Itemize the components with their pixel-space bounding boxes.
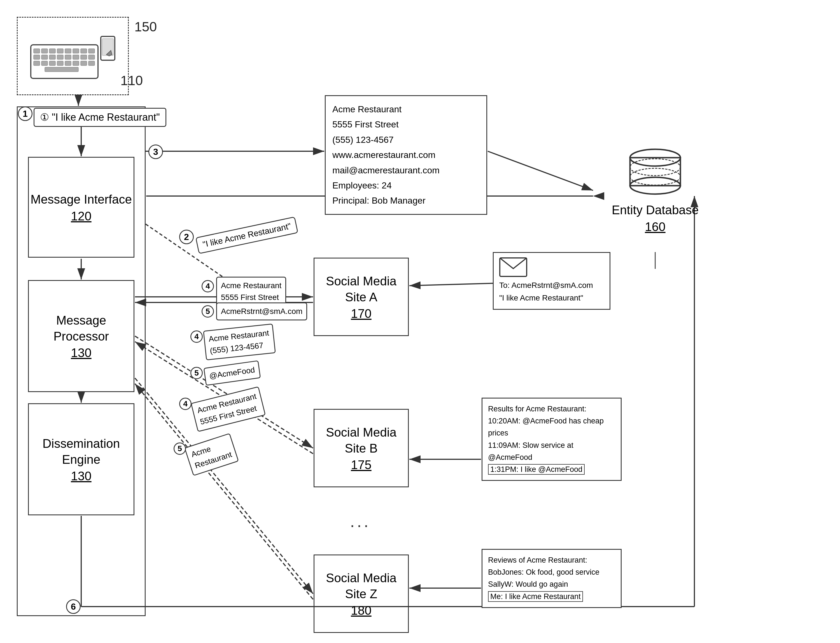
- entity-db-box: Entity Database 160: [594, 129, 717, 252]
- svg-rect-35: [57, 55, 63, 59]
- svg-rect-33: [41, 55, 47, 59]
- envelope-icon: [499, 257, 527, 277]
- svg-rect-36: [65, 55, 71, 59]
- circle-4z: 4: [179, 398, 191, 410]
- circle-4b: 4: [191, 330, 203, 343]
- svg-rect-43: [57, 61, 63, 65]
- reviews-box-z: Reviews of Acme Restaurant: BobJones: Ok…: [481, 549, 621, 608]
- circle-1: 1: [18, 106, 33, 121]
- entity-db-title: Entity Database: [612, 202, 699, 218]
- msg-processor-title: Message Processor: [29, 312, 134, 344]
- svg-rect-32: [34, 55, 40, 59]
- svg-rect-45: [73, 61, 79, 65]
- card-b5: @AcmeFood: [204, 361, 261, 386]
- circle-5z: 5: [174, 442, 186, 455]
- acme-info-box: Acme Restaurant 5555 First Street (555) …: [325, 95, 487, 215]
- site-z-num: 180: [351, 604, 371, 617]
- email-to: To: AcmeRstrnt@smA.com"I like Acme Resta…: [499, 279, 604, 304]
- dissemination-title: Dissemination Engine: [42, 436, 120, 467]
- svg-rect-25: [41, 49, 47, 53]
- msg-processor-num: 130: [71, 346, 91, 360]
- card-a5: AcmeRstrnt@smA.com: [216, 302, 307, 320]
- svg-rect-47: [88, 61, 95, 65]
- entity-db-num: 160: [645, 220, 665, 234]
- ellipsis: ···: [350, 515, 371, 535]
- circle-4a: 4: [202, 280, 214, 292]
- results-highlight: 1:31PM: I like @AcmeFood: [488, 464, 585, 475]
- dissemination-num: 130: [71, 469, 91, 483]
- social-site-a: Social MediaSite A 170: [313, 258, 409, 336]
- db-cylinder-icon: [625, 147, 686, 197]
- svg-rect-53: [630, 158, 680, 186]
- diagram: 150 110: [0, 0, 840, 643]
- svg-rect-39: [88, 55, 95, 59]
- svg-rect-48: [45, 67, 78, 72]
- circle-3: 3: [148, 145, 163, 159]
- svg-rect-26: [49, 49, 55, 53]
- svg-rect-24: [34, 49, 40, 53]
- circle-5b: 5: [191, 367, 203, 379]
- svg-line-10: [488, 151, 593, 191]
- circle-6: 6: [66, 599, 81, 614]
- keyboard-icon: [28, 28, 117, 84]
- msg-interface-num: 120: [71, 209, 91, 223]
- svg-rect-34: [49, 55, 55, 59]
- msg-processor-box: Message Processor 130: [28, 280, 134, 392]
- email-box-a: To: AcmeRstrnt@smA.com"I like Acme Resta…: [493, 252, 610, 310]
- svg-rect-46: [81, 61, 87, 65]
- svg-rect-44: [65, 61, 71, 65]
- site-z-title: Social MediaSite Z: [326, 570, 396, 602]
- social-site-z: Social MediaSite Z 180: [313, 555, 409, 633]
- bubble-2: "I like Acme Restaurant": [196, 217, 298, 254]
- svg-rect-38: [81, 55, 87, 59]
- circle-5a: 5: [202, 305, 214, 318]
- site-a-num: 170: [351, 307, 371, 321]
- msg-interface-box: Message Interface 120: [28, 157, 134, 258]
- svg-rect-29: [73, 49, 79, 53]
- svg-rect-31: [88, 49, 95, 53]
- card-z5: AcmeRestaurant: [184, 433, 239, 476]
- svg-rect-30: [81, 49, 87, 53]
- svg-rect-41: [41, 61, 47, 65]
- site-b-num: 175: [351, 458, 371, 472]
- svg-rect-42: [49, 61, 55, 65]
- results-box-b: Results for Acme Restaurant: 10:20AM: @A…: [481, 398, 621, 481]
- svg-rect-37: [73, 55, 79, 59]
- svg-rect-23: [31, 45, 98, 78]
- site-a-title: Social MediaSite A: [326, 273, 396, 305]
- svg-rect-40: [34, 61, 40, 65]
- svg-rect-27: [57, 49, 63, 53]
- svg-rect-28: [65, 49, 71, 53]
- msg-interface-title: Message Interface: [31, 191, 132, 207]
- card-b4: Acme Restaurant(555) 123-4567: [203, 323, 276, 361]
- device-box: [17, 17, 129, 95]
- card-a4: Acme Restaurant5555 First Street: [216, 277, 286, 306]
- bubble-1: ① "I like Acme Restaurant": [34, 108, 166, 127]
- social-site-b: Social MediaSite B 175: [313, 409, 409, 487]
- acme-info-text: Acme Restaurant 5555 First Street (555) …: [332, 102, 480, 208]
- svg-point-55: [630, 159, 680, 176]
- reviews-highlight: Me: I like Acme Restaurant: [488, 591, 583, 602]
- circle-2: 2: [179, 230, 194, 244]
- card-z4: Acme Restaurant5555 First Street: [191, 386, 266, 432]
- reviews-content: Reviews of Acme Restaurant: BobJones: Ok…: [488, 554, 615, 603]
- label-150: 150: [134, 19, 157, 34]
- site-b-title: Social MediaSite B: [326, 424, 396, 456]
- dissemination-box: Dissemination Engine 130: [28, 403, 134, 515]
- results-title: Results for Acme Restaurant: 10:20AM: @A…: [488, 403, 615, 475]
